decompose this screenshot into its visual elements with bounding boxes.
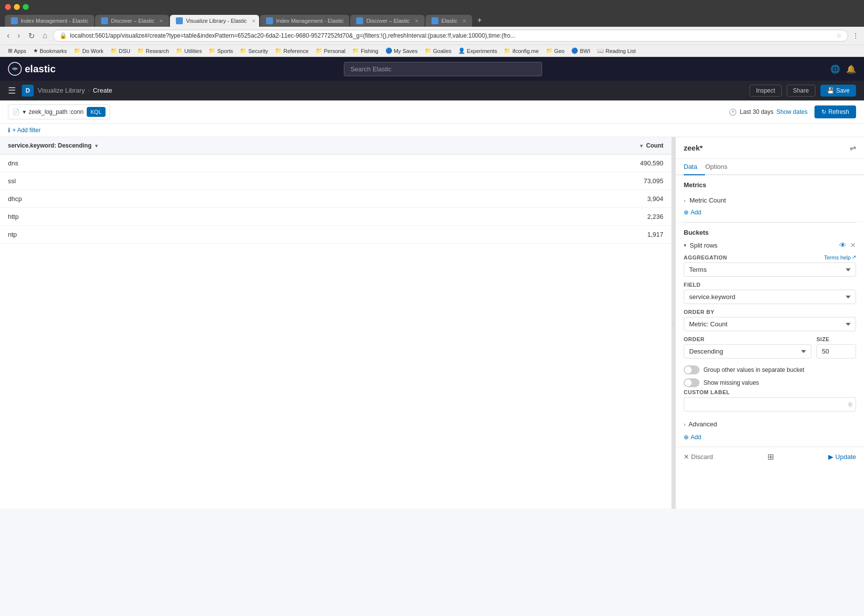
share-button[interactable]: Share — [787, 85, 815, 97]
bookmark-sports[interactable]: 📁 Sports — [206, 47, 236, 55]
browser-tab-discover-1[interactable]: Discover – Elastic ✕ — [95, 15, 169, 27]
forward-button[interactable]: › — [15, 30, 22, 41]
tab-options[interactable]: Options — [705, 159, 735, 175]
nav-badge-label: D — [26, 87, 30, 94]
order-by-select[interactable]: Metric: Count — [684, 317, 856, 331]
bookmark-utilities[interactable]: 📁 Utilities — [173, 47, 205, 55]
browser-tab-elastic[interactable]: Elastic ✕ — [426, 15, 472, 27]
bookmark-personal[interactable]: 📁 Personal — [313, 47, 348, 55]
url-bar[interactable]: 🔒 localhost:5601/app/visualize#/create?t… — [53, 30, 848, 42]
folder-utilities-icon: 📁 — [176, 48, 183, 54]
eye-icon[interactable]: 👁 — [839, 241, 846, 249]
folder-geo-icon: 📁 — [546, 48, 553, 54]
bookmark-reading-list[interactable]: 📖 Reading List — [594, 47, 639, 55]
tab-favicon-6 — [432, 17, 438, 24]
custom-label-input[interactable] — [684, 397, 856, 411]
bell-icon-button[interactable]: 🔔 — [846, 64, 856, 74]
browser-tab-index-management-1[interactable]: Index Management - Elastic ✕ — [5, 15, 94, 27]
app-search-input[interactable] — [344, 62, 542, 76]
column-count[interactable]: ▾ Count — [490, 137, 671, 154]
index-icon: 📄 — [12, 108, 20, 115]
breadcrumb: Visualize Library › Create — [38, 87, 112, 94]
tab-close-1[interactable]: ✕ — [93, 18, 94, 24]
tab-close-4[interactable]: ✕ — [349, 18, 350, 24]
browser-tab-visualize[interactable]: Visualize Library - Elastic ✕ — [170, 15, 259, 27]
bookmark-bwi[interactable]: 🔵 BWI — [568, 47, 593, 55]
bookmark-reference[interactable]: 📁 Reference — [272, 47, 312, 55]
index-pattern-selector[interactable]: 📄 ▾ zeek_log_path :conn KQL — [8, 104, 110, 119]
drag-handle[interactable]: ⋮ — [672, 137, 676, 509]
field-select[interactable]: service.keyword — [684, 290, 856, 304]
table-icon-button[interactable]: ⊞ — [767, 452, 774, 462]
show-missing-values-toggle[interactable] — [684, 378, 700, 387]
bookmark-bookmarks[interactable]: ★ Bookmarks — [30, 47, 70, 55]
browser-tab-discover-2[interactable]: Discover – Elastic ✕ — [350, 15, 424, 27]
close-dot[interactable] — [5, 4, 11, 10]
terms-help-link[interactable]: Terms help ↗ — [824, 254, 856, 260]
inspect-button[interactable]: Inspect — [750, 85, 782, 97]
bookmark-my-saves[interactable]: 🔵 My Saves — [382, 47, 421, 55]
tab-data[interactable]: Data — [684, 159, 705, 175]
fullscreen-dot[interactable] — [23, 4, 29, 10]
star-icon[interactable]: ☆ — [836, 32, 842, 39]
tab-close-5[interactable]: ✕ — [415, 18, 419, 24]
metric-row-count[interactable]: › Metric Count — [684, 194, 856, 207]
tab-close-3[interactable]: ✕ — [252, 18, 256, 24]
bookmark-dsu[interactable]: 📁 DSU — [108, 47, 133, 55]
bookmark-do-work[interactable]: 📁 Do Work — [71, 47, 107, 55]
bookmark-security-label: Security — [248, 48, 268, 54]
split-rows-close-icon[interactable]: ✕ — [850, 241, 856, 249]
browser-tab-index-management-2[interactable]: Index Management - Elastic ✕ — [260, 15, 349, 27]
bookmark-goalies[interactable]: 📁 Goalies — [422, 47, 454, 55]
column-service-keyword[interactable]: service.keyword: Descending ▾ — [0, 137, 490, 154]
add-filter-link[interactable]: ℹ + Add filter — [8, 127, 41, 134]
refresh-button[interactable]: ↻ Refresh — [814, 105, 856, 118]
tab-close-6[interactable]: ✕ — [462, 18, 466, 24]
show-dates-link[interactable]: Show dates — [776, 108, 808, 115]
home-button[interactable]: ⌂ — [41, 30, 50, 41]
extensions-button[interactable]: ⋮ — [852, 32, 859, 40]
kql-button[interactable]: KQL — [87, 107, 106, 117]
custom-label-field: Custom label ⎘ — [684, 389, 856, 411]
order-select[interactable]: Descending — [684, 344, 811, 359]
globe-icon-button[interactable]: 🌐 — [830, 64, 840, 74]
save-button[interactable]: 💾 Save — [820, 85, 856, 97]
hamburger-menu-button[interactable]: ☰ — [8, 85, 16, 96]
metrics-add-button[interactable]: ⊕ Add — [684, 209, 856, 216]
bookmark-apps[interactable]: ⊞ Apps — [5, 47, 29, 55]
buckets-add-button[interactable]: ⊕ Add — [684, 434, 856, 441]
bookmark-research[interactable]: 📁 Research — [134, 47, 172, 55]
breadcrumb-parent[interactable]: Visualize Library — [38, 87, 85, 94]
custom-label-header: Custom label — [684, 389, 856, 395]
size-input[interactable] — [816, 344, 856, 359]
update-button[interactable]: ▶ Update — [828, 453, 856, 461]
reload-button[interactable]: ↻ — [26, 30, 37, 42]
advanced-row[interactable]: › Advanced — [684, 416, 856, 432]
bookmark-geo[interactable]: 📁 Geo — [543, 47, 568, 55]
discard-button[interactable]: ✕ Discard — [684, 453, 713, 461]
split-rows-label[interactable]: Split rows — [690, 242, 717, 249]
bookmark-apps-label: Apps — [14, 48, 26, 54]
minimize-dot[interactable] — [14, 4, 20, 10]
bookmark-fishing[interactable]: 📁 Fishing — [349, 47, 381, 55]
folder-dsu-icon: 📁 — [110, 48, 117, 54]
aggregation-select[interactable]: Terms — [684, 262, 856, 277]
tab-label-2: Discover – Elastic — [111, 18, 154, 24]
expand-icon: ⇌ — [850, 144, 856, 152]
new-tab-button[interactable]: + — [473, 14, 486, 27]
bookmark-security[interactable]: 📁 Security — [237, 47, 271, 55]
back-button[interactable]: ‹ — [5, 30, 11, 41]
panel-expand-button[interactable]: ⇌ — [850, 143, 856, 153]
breadcrumb-separator: › — [88, 87, 90, 94]
tab-close-2[interactable]: ✕ — [159, 18, 163, 24]
time-range-text[interactable]: Last 30 days — [740, 108, 773, 115]
group-other-values-toggle[interactable] — [684, 365, 700, 374]
buckets-section-title: Buckets — [684, 229, 856, 236]
play-icon: ▶ — [828, 453, 833, 461]
elastic-logo[interactable]: elastic — [8, 62, 55, 76]
copy-icon: ⎘ — [849, 401, 852, 408]
bookmark-experiments[interactable]: 👤 Experiments — [455, 47, 500, 55]
panel-title: zeek* — [684, 144, 702, 152]
bookmark-ifconfig[interactable]: 📁 ifconfig.me — [501, 47, 541, 55]
buckets-add-label: Add — [691, 434, 701, 441]
